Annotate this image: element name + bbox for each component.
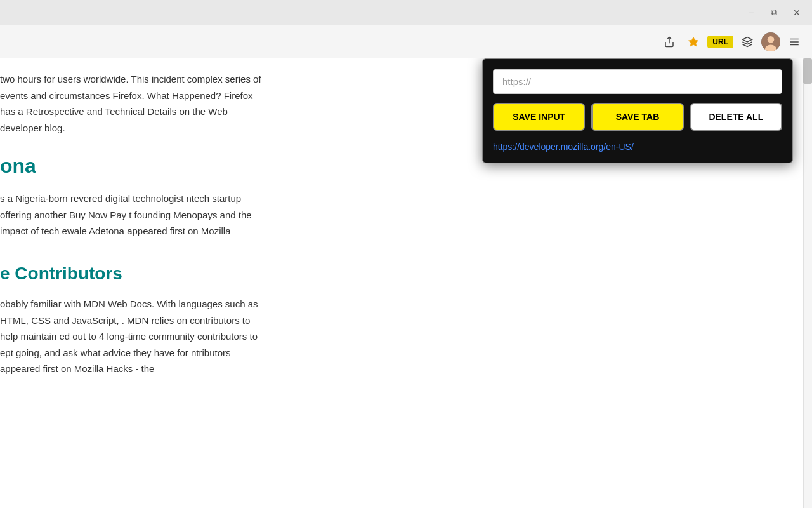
share-icon[interactable] bbox=[659, 32, 679, 52]
url-input[interactable] bbox=[493, 69, 782, 94]
delete-all-button[interactable]: DELETE ALL bbox=[690, 103, 782, 131]
avatar[interactable] bbox=[761, 32, 780, 51]
scrollbar[interactable] bbox=[803, 58, 812, 508]
url-saver-popup: SAVE INPUT SAVE TAB DELETE ALL https://d… bbox=[482, 58, 793, 163]
extensions-icon[interactable] bbox=[737, 32, 757, 52]
menu-icon[interactable] bbox=[784, 32, 804, 52]
save-tab-button[interactable]: SAVE TAB bbox=[591, 103, 683, 131]
close-button[interactable]: ✕ bbox=[788, 4, 806, 22]
article-paragraph-3: obably familiar with MDN Web Docs. With … bbox=[0, 296, 266, 377]
titlebar: − ⧉ ✕ bbox=[0, 0, 812, 25]
article-heading-1: ona bbox=[0, 149, 266, 183]
article-body: two hours for users worldwide. This inci… bbox=[0, 58, 266, 385]
popup-buttons: SAVE INPUT SAVE TAB DELETE ALL bbox=[493, 103, 782, 131]
url-badge[interactable]: URL bbox=[707, 36, 733, 48]
article-paragraph-2: s a Nigeria-born revered digital technol… bbox=[0, 190, 266, 239]
browser-toolbar: URL bbox=[0, 25, 812, 58]
minimize-button[interactable]: − bbox=[742, 4, 760, 22]
scrollbar-thumb[interactable] bbox=[803, 58, 812, 84]
restore-button[interactable]: ⧉ bbox=[765, 4, 783, 22]
section-heading-contributors: e Contributors bbox=[0, 258, 266, 289]
svg-marker-1 bbox=[689, 37, 698, 46]
svg-point-3 bbox=[768, 36, 775, 43]
bookmark-icon[interactable] bbox=[683, 32, 704, 52]
article-paragraph-1: two hours for users worldwide. This inci… bbox=[0, 71, 266, 136]
save-input-button[interactable]: SAVE INPUT bbox=[493, 103, 585, 131]
page-content: two hours for users worldwide. This inci… bbox=[0, 58, 812, 508]
saved-url-link[interactable]: https://developer.mozilla.org/en-US/ bbox=[493, 142, 634, 152]
